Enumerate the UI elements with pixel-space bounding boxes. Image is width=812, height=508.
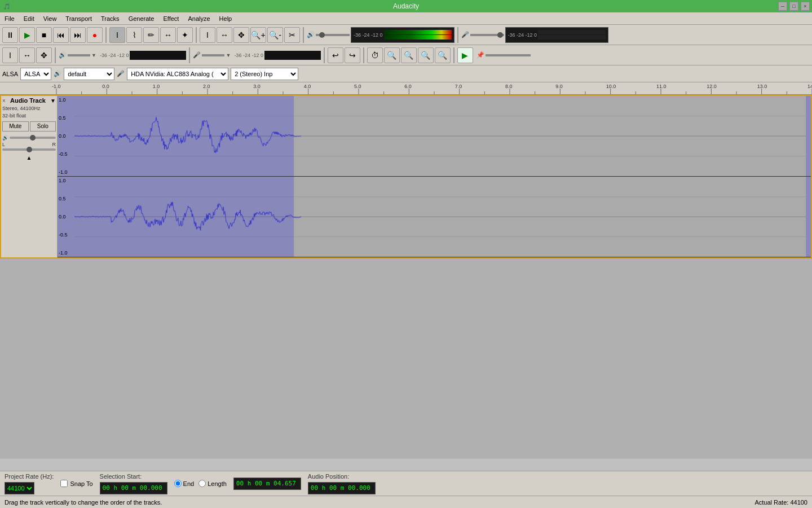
end-length-group: End Length: [174, 480, 227, 487]
input-device-select[interactable]: HDA NVidia: ALC883 Analog (: [127, 68, 228, 80]
menu-transport[interactable]: Transport: [61, 14, 96, 23]
collapse-button[interactable]: ▲: [27, 155, 32, 161]
selection-end-input[interactable]: [233, 478, 301, 490]
close-button[interactable]: ×: [801, 2, 810, 11]
audio-position-label: Audio Position:: [308, 473, 376, 480]
timer-button[interactable]: ⏱: [367, 47, 383, 63]
zoom-sel-button[interactable]: ✥: [233, 27, 249, 43]
sep-9: [453, 47, 454, 63]
app-title: Audacity: [393, 2, 419, 10]
y-labels-channel-1: 1.0 0.5 0.0 -0.5 -1.0: [58, 96, 74, 176]
menu-file[interactable]: File: [0, 14, 19, 23]
gain-slider[interactable]: [10, 137, 56, 139]
zoom-fit-button[interactable]: ↔: [217, 27, 232, 43]
sep-7: [324, 47, 325, 63]
solo-button[interactable]: Solo: [30, 121, 56, 132]
status-bar: Drag the track vertically to change the …: [0, 496, 812, 508]
output-meter: -36 -24 -12 0: [351, 27, 454, 43]
empty-area: [0, 259, 812, 459]
tool-select-2[interactable]: I: [2, 47, 18, 63]
separator-2: [196, 27, 197, 43]
track-close-button[interactable]: ×: [2, 98, 6, 104]
bottom-bar: Project Rate (Hz): 44100 Snap To Selecti…: [0, 471, 812, 496]
zoom-fit2-button[interactable]: 🔍: [401, 47, 417, 63]
zoom-out-button[interactable]: 🔍-: [267, 27, 283, 43]
y-labels-channel-2: 1.0 0.5 0.0 -0.5 -1.0: [58, 177, 74, 257]
sep-5: [55, 47, 56, 63]
length-radio[interactable]: [198, 480, 206, 487]
track-header: × Audio Track ▼ Stereo, 44100Hz 32-bit f…: [1, 96, 58, 257]
redo-button[interactable]: ↪: [345, 47, 360, 63]
separator-3: [303, 27, 304, 43]
menu-tracks[interactable]: Tracks: [96, 14, 124, 23]
project-rate-label: Project Rate (Hz):: [5, 473, 54, 480]
snap-to-label: Snap To: [70, 480, 92, 487]
sep-8: [363, 47, 364, 63]
track-dropdown-icon[interactable]: ▼: [50, 98, 56, 104]
output-device-select[interactable]: default: [64, 68, 114, 80]
zoom-in-button[interactable]: 🔍+: [250, 27, 266, 43]
in-vol-icon2: 🎤: [193, 51, 201, 59]
track-waveform-area: 1.0 0.5 0.0 -0.5 -1.0 1.0 0.5 0.0 -0.5 -…: [58, 96, 811, 257]
separator-4: [457, 27, 458, 43]
stop-button[interactable]: ■: [36, 27, 52, 43]
zoom-normal-button[interactable]: I: [200, 27, 215, 43]
trim-button[interactable]: ✂: [284, 27, 300, 43]
next-button[interactable]: ⏭: [70, 27, 86, 43]
zoom-out2-button[interactable]: 🔍: [418, 47, 434, 63]
waveform-channel-1: 1.0 0.5 0.0 -0.5 -1.0: [58, 96, 811, 177]
selection-tool-button[interactable]: I: [109, 27, 125, 43]
project-rate-select[interactable]: 44100: [5, 482, 34, 494]
waveform-channel-2: 1.0 0.5 0.0 -0.5 -1.0: [58, 177, 811, 257]
snap-to-row: Snap To: [60, 480, 92, 487]
tool-zoom[interactable]: ↔: [19, 47, 35, 63]
status-text: Drag the track vertically to change the …: [5, 499, 162, 506]
timeline-ruler: [0, 82, 812, 95]
track-name-label: Audio Track: [10, 97, 46, 104]
device-toolbar: ALSA ALSA 🔊 default 🎤 HDA NVidia: ALC883…: [0, 65, 812, 82]
draw-tool-button[interactable]: ✏: [143, 27, 159, 43]
track-area: × Audio Track ▼ Stereo, 44100Hz 32-bit f…: [0, 95, 812, 259]
tool-draw-2[interactable]: ✥: [36, 47, 52, 63]
audio-position-input[interactable]: [308, 482, 376, 494]
ruler-canvas: [0, 82, 812, 94]
transport-toolbar: ⏸ ▶ ■ ⏮ ⏭ ● I ⌇ ✏ ↔ ✦ I ↔ ✥ 🔍+ 🔍- ✂ 🔊 -3…: [0, 25, 812, 45]
separator-1: [105, 27, 107, 43]
prev-button[interactable]: ⏮: [53, 27, 69, 43]
pan-slider[interactable]: [2, 148, 56, 151]
mute-button[interactable]: Mute: [2, 121, 29, 132]
sep-6: [189, 47, 190, 63]
selection-start-input[interactable]: [100, 482, 167, 494]
zoom-tool-button[interactable]: ↔: [160, 27, 176, 43]
menu-effect[interactable]: Effect: [159, 14, 184, 23]
end-radio[interactable]: [174, 480, 182, 487]
menu-edit[interactable]: Edit: [19, 14, 39, 23]
minimize-button[interactable]: ─: [778, 2, 787, 11]
selection-start-label: Selection Start:: [100, 473, 167, 480]
pause-button[interactable]: ⏸: [2, 27, 18, 43]
output-volume-icon: 🔊: [307, 31, 315, 38]
host-select[interactable]: ALSA: [20, 68, 51, 80]
mic-icon: 🎤: [117, 70, 125, 77]
multi-tool-button[interactable]: ✦: [177, 27, 193, 43]
maximize-button[interactable]: □: [789, 2, 798, 11]
speaker-icon: 🔊: [54, 70, 61, 77]
zoom-in2-button[interactable]: 🔍: [384, 47, 400, 63]
tracks-wrapper: × Audio Track ▼ Stereo, 44100Hz 32-bit f…: [0, 95, 812, 459]
channels-select[interactable]: 2 (Stereo) Inp: [231, 68, 298, 80]
gain-pan-area: 🔊 L R: [2, 134, 56, 152]
snap-to-checkbox[interactable]: [60, 480, 68, 487]
host-label: ALSA: [2, 71, 18, 77]
menu-help[interactable]: Help: [215, 14, 237, 23]
menu-view[interactable]: View: [39, 14, 61, 23]
menu-generate[interactable]: Generate: [124, 14, 159, 23]
actual-rate-label: Actual Rate: 44100: [754, 499, 807, 506]
undo-button[interactable]: ↩: [328, 47, 343, 63]
menu-analyze[interactable]: Analyze: [183, 14, 214, 23]
envelope-tool-button[interactable]: ⌇: [126, 27, 142, 43]
play-green-button[interactable]: ▶: [457, 47, 473, 63]
record-button[interactable]: ●: [87, 27, 103, 43]
speed-pin-icon: 📌: [476, 51, 484, 59]
play-button[interactable]: ▶: [19, 27, 35, 43]
zoom-sel2-button[interactable]: 🔍: [435, 47, 451, 63]
